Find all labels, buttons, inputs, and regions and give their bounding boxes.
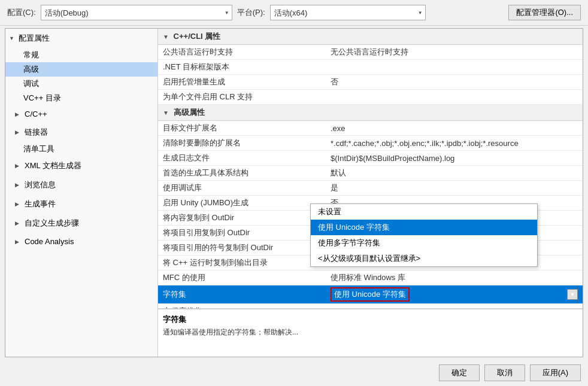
table-row: 生成日志文件 $(IntDir)$(MSBuildProjectName).lo… [158, 151, 583, 166]
linker-arrow-icon: ▶ [15, 129, 22, 135]
prop-key: 将项目引用的符号复制到 OutDir [158, 241, 326, 256]
prop-key: .NET 目标框架版本 [158, 60, 326, 75]
dropdown-option-unicode[interactable]: 使用 Unicode 字符集 [311, 220, 537, 235]
prop-key: MFC 的使用 [158, 270, 326, 285]
right-panel: ▼ C++/CLI 属性 公共语言运行时支持 无公共语言运行时支持 .NET 目… [158, 29, 583, 357]
table-row: 使用调试库 是 [158, 181, 583, 196]
table-row: 公共语言运行时支持 无公共语言运行时支持 [158, 45, 583, 60]
section-advanced[interactable]: ▼ 高级属性 [158, 105, 583, 121]
prop-value: $(IntDir)$(MSBuildProjectName).log [326, 151, 583, 166]
prop-key: 首选的生成工具体系结构 [158, 166, 326, 181]
section-toggle-icon: ▼ [163, 34, 171, 40]
apply-button[interactable]: 应用(A) [530, 364, 581, 381]
prop-value [326, 304, 583, 309]
tree-item-changgui[interactable]: 常规 [5, 48, 157, 62]
section-toggle-adv-icon: ▼ [163, 110, 171, 116]
table-row: 目标文件扩展名 .exe [158, 121, 583, 136]
prop-key: 为单个文件启用 CLR 支持 [158, 90, 326, 105]
dropdown-option-unset[interactable]: 未设置 [311, 204, 537, 220]
prop-key: 公共语言运行时支持 [158, 45, 326, 60]
desc-text: 通知编译器使用指定的字符集；帮助解决... [163, 327, 578, 338]
xml-arrow-icon: ▶ [15, 163, 22, 169]
charset-dropdown[interactable]: 未设置 使用 Unicode 字符集 使用多字节字符集 <从父级或项目默认设置继… [310, 203, 538, 267]
root-arrow-icon: ▼ [9, 35, 16, 41]
prop-key: 目标文件扩展名 [158, 121, 326, 136]
toolbar: 配置(C): 活动(Debug) 平台(P): 活动(x64) 配置管理器(O)… [0, 0, 588, 26]
buildevents-label: 生成事件 [25, 199, 56, 209]
xml-label: XML 文档生成器 [25, 160, 81, 171]
desc-title: 字符集 [163, 314, 578, 325]
tree-item-cpp[interactable]: ▶ C/C++ [5, 105, 157, 123]
cancel-button[interactable]: 取消 [484, 364, 525, 381]
cpp-label: C/C++ [25, 110, 47, 118]
prop-key: 清除时要删除的扩展名 [158, 136, 326, 151]
prop-value [326, 60, 583, 75]
prop-key: 启用托管增量生成 [158, 75, 326, 90]
left-panel: ▼ 配置属性 常规 高级 调试 VC++ 目录 ▶ C/C++ ▶ 链接器 清单… [5, 29, 158, 357]
tree-item-manifest[interactable]: 清单工具 [5, 142, 157, 156]
tree-item-tiaoshi[interactable]: 调试 [5, 77, 157, 91]
buildevents-arrow-icon: ▶ [15, 201, 22, 207]
prop-key: 全程序优化 [158, 304, 326, 309]
tree-item-xml[interactable]: ▶ XML 文档生成器 [5, 156, 157, 175]
customstep-label: 自定义生成步骤 [25, 218, 79, 229]
charset-row[interactable]: 字符集 使用 Unicode 字符集 ▼ [158, 285, 583, 304]
table-row: 为单个文件启用 CLR 支持 [158, 90, 583, 105]
linker-label: 链接器 [25, 127, 48, 138]
prop-key: 启用 Unity (JUMBO)生成 [158, 196, 326, 211]
tree-item-gaoji[interactable]: 高级 [5, 62, 157, 77]
customstep-arrow-icon: ▶ [15, 220, 22, 226]
prop-key: 生成日志文件 [158, 151, 326, 166]
prop-key: 将内容复制到 OutDir [158, 211, 326, 226]
platform-label: 平台(P): [237, 7, 265, 18]
browse-arrow-icon: ▶ [15, 182, 22, 188]
prop-key: 使用调试库 [158, 181, 326, 196]
platform-select[interactable]: 活动(x64) [270, 5, 426, 20]
prop-value: *.cdf;*.cache;*.obj;*.obj.enc;*.ilk;*.ip… [326, 136, 583, 151]
table-row: MFC 的使用 使用标准 Windows 库 [158, 270, 583, 285]
charset-dropdown-button[interactable]: ▼ [567, 289, 578, 300]
tree-item-customstep[interactable]: ▶ 自定义生成步骤 [5, 214, 157, 233]
description-panel: 字符集 通知编译器使用指定的字符集；帮助解决... [158, 309, 583, 357]
config-select-wrapper[interactable]: 活动(Debug) [41, 5, 232, 20]
prop-value [326, 90, 583, 105]
dropdown-option-inherit[interactable]: <从父级或项目默认设置继承> [311, 251, 537, 266]
charset-value-text: 使用 Unicode 字符集 [331, 287, 410, 302]
cpp-arrow-icon: ▶ [15, 111, 22, 117]
dropdown-option-multibyte[interactable]: 使用多字节字符集 [311, 235, 537, 251]
root-label: 配置属性 [19, 33, 50, 44]
tree-item-browse[interactable]: ▶ 浏览信息 [5, 175, 157, 194]
prop-key: 将项目引用复制到 OutDir [158, 226, 326, 241]
tree-item-buildevents[interactable]: ▶ 生成事件 [5, 194, 157, 214]
prop-value: 是 [326, 181, 583, 196]
prop-value: 无公共语言运行时支持 [326, 45, 583, 60]
tree-root-node[interactable]: ▼ 配置属性 [5, 29, 157, 48]
browse-label: 浏览信息 [25, 180, 56, 190]
bottom-bar: 确定 取消 应用(A) [0, 360, 588, 386]
charset-key: 字符集 [158, 285, 326, 304]
prop-key: 将 C++ 运行时复制到输出目录 [158, 256, 326, 270]
charset-value-cell: 使用 Unicode 字符集 ▼ [331, 287, 578, 302]
prop-value: 使用标准 Windows 库 [326, 270, 583, 285]
codeanalysis-label: Code Analysis [25, 237, 74, 246]
config-manager-button[interactable]: 配置管理器(O)... [508, 5, 581, 20]
properties-table: ▼ C++/CLI 属性 公共语言运行时支持 无公共语言运行时支持 .NET 目… [158, 29, 583, 309]
table-row: 启用托管增量生成 否 [158, 75, 583, 90]
codeanalysis-arrow-icon: ▶ [15, 239, 22, 245]
config-label: 配置(C): [7, 7, 36, 18]
tree-item-vcdir[interactable]: VC++ 目录 [5, 91, 157, 105]
table-row: 首选的生成工具体系结构 默认 [158, 166, 583, 181]
tree-item-codeanalysis[interactable]: ▶ Code Analysis [5, 233, 157, 250]
table-row: 清除时要删除的扩展名 *.cdf;*.cache;*.obj;*.obj.enc… [158, 136, 583, 151]
table-row: .NET 目标框架版本 [158, 60, 583, 75]
config-select[interactable]: 活动(Debug) [41, 5, 232, 20]
platform-select-wrapper[interactable]: 活动(x64) [270, 5, 426, 20]
main-content: ▼ 配置属性 常规 高级 调试 VC++ 目录 ▶ C/C++ ▶ 链接器 清单… [5, 28, 583, 357]
charset-value[interactable]: 使用 Unicode 字符集 ▼ [326, 285, 583, 304]
prop-value: 默认 [326, 166, 583, 181]
ok-button[interactable]: 确定 [439, 364, 480, 381]
prop-value: .exe [326, 121, 583, 136]
section-cpp-cli[interactable]: ▼ C++/CLI 属性 [158, 29, 583, 45]
prop-value: 否 [326, 75, 583, 90]
tree-item-linker[interactable]: ▶ 链接器 [5, 123, 157, 142]
